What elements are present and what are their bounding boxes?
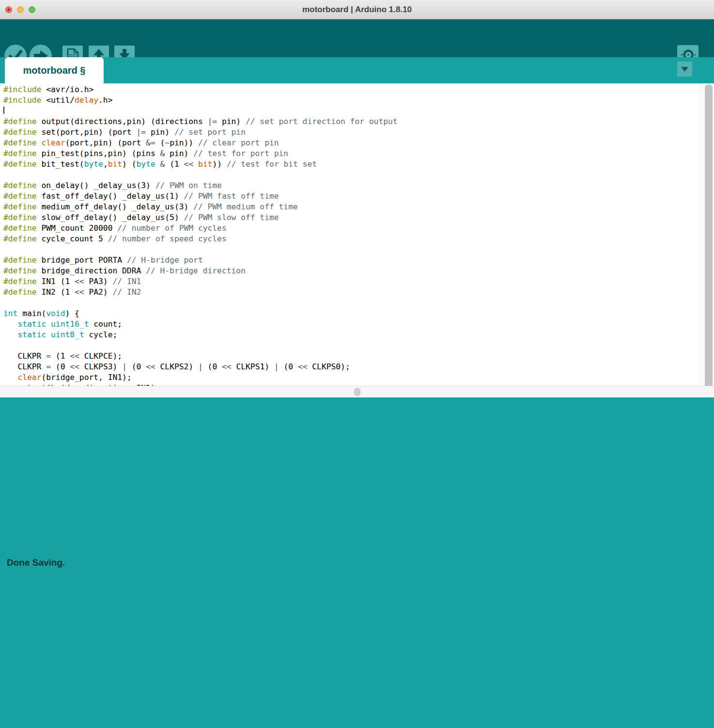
code-line: #define output(directions,pin) (directio… — [3, 116, 398, 127]
code-line: CLKPR = (0 << CLKPS3) | (0 << CLKPS2) | … — [3, 362, 398, 372]
code-line: #define IN1 (1 << PA3) // IN1 — [3, 276, 398, 287]
code-line: #define bridge_port PORTA // H-bridge po… — [3, 255, 398, 266]
toolbar — [0, 19, 714, 57]
code-line: #define cycle_count 5 // number of speed… — [3, 234, 398, 244]
code-content: #include <avr/io.h>#include <util/delay.… — [3, 84, 398, 386]
code-line: #define bit_test(byte,bit) (byte & (1 <<… — [3, 159, 398, 170]
chevron-down-icon — [677, 62, 692, 77]
window-title: motorboard | Arduino 1.8.10 — [0, 0, 714, 19]
code-line: static uint16_t count; — [3, 319, 398, 330]
code-line: #define IN2 (1 << PA2) // IN2 — [3, 287, 398, 298]
code-editor[interactable]: #include <avr/io.h>#include <util/delay.… — [0, 83, 714, 386]
code-line — [3, 298, 398, 308]
code-line: #define fast_off_delay() _delay_us(1) //… — [3, 191, 398, 202]
code-line: #define slow_off_delay() _delay_us(5) //… — [3, 212, 398, 223]
code-line — [3, 340, 398, 351]
vertical-scrollbar[interactable] — [700, 83, 714, 386]
code-line: #define PWM_count 20000 // number of PWM… — [3, 223, 398, 234]
code-line: #define pin_test(pins,pin) (pins & pin) … — [3, 148, 398, 159]
horizontal-scrollbar-thumb[interactable] — [354, 388, 360, 396]
arduino-ide-window: motorboard | Arduino 1.8.10 — [0, 0, 714, 728]
title-bar: motorboard | Arduino 1.8.10 — [0, 0, 714, 19]
code-line: #define medium_off_delay() _delay_us(3) … — [3, 202, 398, 212]
code-line: clear(bridge_port, IN1); — [3, 372, 398, 383]
vertical-scrollbar-thumb[interactable] — [705, 84, 713, 386]
status-message: Done Saving. — [7, 557, 65, 568]
tab-label: motorboard § — [23, 65, 86, 76]
code-line — [3, 170, 398, 180]
tab-dropdown-button[interactable] — [677, 62, 692, 77]
code-line: #define clear(port,pin) (port &= (~pin))… — [3, 138, 398, 148]
code-line: #define on_delay() _delay_us(3) // PWM o… — [3, 180, 398, 191]
code-line: int main(void) { — [3, 308, 398, 319]
tab-motorboard[interactable]: motorboard § — [5, 57, 104, 83]
code-line: static uint8_t cycle; — [3, 330, 398, 340]
code-line: #include <avr/io.h> — [3, 84, 398, 95]
horizontal-scrollbar[interactable] — [0, 386, 714, 397]
status-bar: Done Saving. — [0, 397, 714, 728]
text-caret — [3, 107, 4, 114]
code-line: CLKPR = (1 << CLKPCE); — [3, 351, 398, 362]
code-line — [3, 106, 398, 116]
code-line: #include <util/delay.h> — [3, 95, 398, 106]
code-line: #define set(port,pin) (port |= pin) // s… — [3, 127, 398, 138]
tab-bar: motorboard § — [0, 57, 714, 83]
code-line — [3, 244, 398, 255]
code-line: #define bridge_direction DDRA // H-bridg… — [3, 266, 398, 276]
